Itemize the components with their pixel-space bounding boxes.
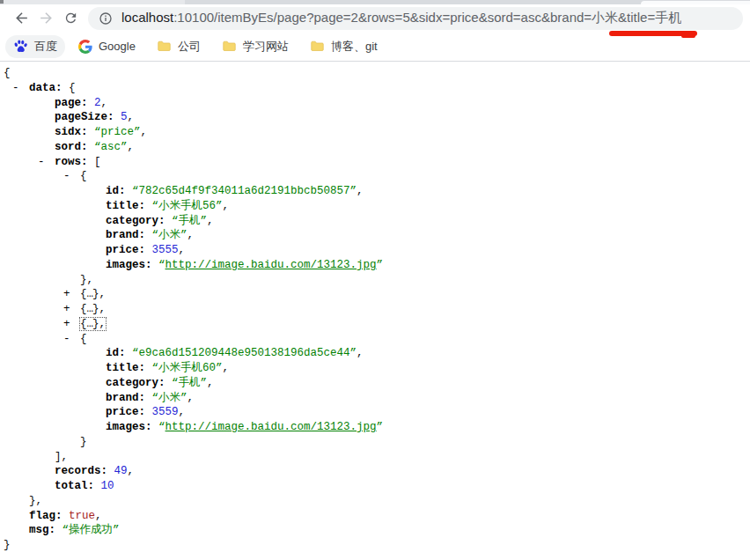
url-host: localhost [121,10,173,25]
bookmark-label: 博客、git [331,39,378,55]
json-token: “手机” [172,215,207,227]
json-line-content: images: “http://image.baidu.com/13123.jp… [106,259,383,271]
collapse-toggle[interactable]: - [38,155,45,170]
json-line: } [0,538,750,553]
expand-toggle[interactable]: + [63,302,70,317]
bookmark-folder-company[interactable]: 公司 [149,35,209,58]
json-line: price: 3559, [0,405,750,420]
json-token: , [101,97,108,109]
json-line: id: “e9ca6d151209448e950138196da5ce44”, [0,346,750,361]
json-line-content: } [4,539,11,551]
json-line-content: total: 10 [55,480,114,492]
json-line-content: { [4,67,11,79]
bookmark-label: 公司 [178,39,201,55]
json-token [62,510,70,522]
json-token: price: [106,244,145,256]
back-button[interactable] [9,6,33,31]
json-token: , [179,244,186,256]
json-token: ], [55,451,68,463]
json-token: price: [106,406,145,418]
json-token: images: [106,259,152,271]
json-token [55,524,62,536]
json-token: “price” [94,126,141,138]
url-text: localhost:10100/itemByEs/page?page=2&row… [121,10,681,26]
json-line: -{ [0,169,750,184]
json-line-content: title: “小米手机56”, [106,200,229,212]
url-path: :10100/itemByEs/page?page=2&rows=5&sidx=… [173,10,681,25]
json-token [145,200,152,212]
bookmark-folder-learning[interactable]: 学习网站 [214,35,297,58]
json-token: ” [377,421,384,433]
json-line-content: brand: “小米”, [106,392,194,404]
json-token [152,259,159,271]
bookmark-label: Google [99,40,136,53]
collapse-toggle[interactable]: - [12,81,19,96]
json-line-content: }, [29,495,42,507]
google-g-icon [78,40,92,54]
json-token: rows: [55,156,88,168]
json-token [88,97,95,109]
json-token: { [80,303,87,315]
json-token: }, [92,318,106,330]
folder-icon [222,39,237,54]
json-token: title: [106,200,145,212]
collapse-toggle[interactable]: - [63,332,70,347]
json-line-content: id: “782c65d4f9f34011a6d2191bbcb50857”, [106,185,364,197]
image-url-link[interactable]: http://image.baidu.com/13123.jpg [165,259,377,271]
forward-button[interactable] [33,6,58,31]
expand-toggle[interactable]: + [63,287,70,302]
json-line: pageSize: 5, [0,110,750,125]
json-line: flag: true, [0,509,750,524]
bookmark-label: 百度 [34,39,57,55]
json-token: , [357,347,364,359]
json-line-content: title: “小米手机60”, [106,362,229,374]
json-line: ], [0,450,750,465]
json-line: sidx: “price”, [0,125,750,140]
json-token: } [80,436,87,448]
json-line-content: ], [55,451,68,463]
json-line-content: flag: true, [29,510,102,522]
json-line-content: { [80,333,87,345]
json-line-content: brand: “小米”, [106,229,194,241]
json-line: sord: “asc”, [0,140,750,155]
json-token: , [128,465,135,477]
collapse-toggle[interactable]: - [63,169,70,184]
json-token [152,421,159,433]
tab-strip [0,0,750,4]
json-token: “小米” [152,392,188,404]
json-line: +{…}, [0,317,750,332]
bookmark-baidu[interactable]: 百度 [5,35,65,58]
json-token: { [80,288,87,300]
bookmark-folder-blog-git[interactable]: 博客、git [302,35,386,58]
folder-icon [157,39,172,54]
red-underline-annotation [609,31,697,36]
json-line-content: price: 3555, [106,244,185,256]
json-token: id: [106,347,126,359]
json-token: msg: [29,524,55,536]
json-token: , [95,510,102,522]
json-token [126,347,133,359]
bookmark-google[interactable]: Google [70,36,143,57]
json-token [88,126,95,138]
json-line: category: “手机”, [0,214,750,229]
address-bar[interactable]: localhost:10100/itemByEs/page?page=2&row… [88,7,743,30]
json-token: page: [55,97,88,109]
json-line-content: category: “手机”, [106,215,214,227]
json-token [126,185,133,197]
json-line: images: “http://image.baidu.com/13123.jp… [0,258,750,273]
json-token: }, [92,303,106,315]
json-token: “ [158,421,165,433]
json-token: “ [158,259,165,271]
json-token: , [128,111,135,123]
reload-button[interactable] [58,6,83,31]
json-token [145,362,152,374]
json-line-content: pageSize: 5, [55,111,134,123]
json-line: brand: “小米”, [0,391,750,406]
back-arrow-icon [13,10,30,26]
json-line-content: sord: “asc”, [55,141,134,153]
json-line: page: 2, [0,96,750,111]
image-url-link[interactable]: http://image.baidu.com/13123.jpg [165,421,377,433]
expand-toggle[interactable]: + [63,317,70,332]
page-info-icon[interactable] [99,11,113,26]
json-line-content: id: “e9ca6d151209448e950138196da5ce44”, [106,347,364,359]
